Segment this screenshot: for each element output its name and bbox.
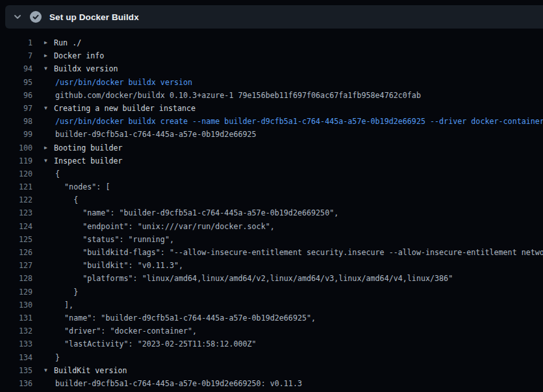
line-number[interactable]: 98 bbox=[0, 115, 32, 128]
log-line-group[interactable]: 94 ▼ Buildx version bbox=[0, 62, 543, 75]
line-number[interactable]: 121 bbox=[0, 180, 32, 193]
chevron-down-icon[interactable] bbox=[12, 12, 23, 22]
expand-arrow-icon: ▶ bbox=[44, 36, 54, 49]
line-number[interactable]: 97 bbox=[0, 102, 32, 115]
line-number[interactable]: 134 bbox=[0, 351, 32, 364]
line-number[interactable]: 124 bbox=[0, 220, 32, 233]
log-text: { bbox=[55, 193, 78, 206]
log-line: 99 builder-d9cfb5a1-c764-445a-a57e-0b19d… bbox=[0, 128, 543, 141]
line-number[interactable]: 128 bbox=[0, 272, 32, 285]
expand-arrow-icon: ▶ bbox=[44, 49, 54, 62]
log-text: "buildkit": "v0.11.3", bbox=[55, 259, 183, 272]
log-text: "name": "builder-d9cfb5a1-c764-445a-a57e… bbox=[55, 206, 338, 219]
log-line: 120 { bbox=[0, 167, 543, 180]
group-title: Creating a new builder instance bbox=[54, 102, 196, 115]
check-circle-icon bbox=[30, 11, 42, 23]
group-title: Run ./ bbox=[54, 36, 81, 49]
group-title: Inspect builder bbox=[54, 154, 123, 167]
log-container: 1 ▶ Run ./ 7 ▶ Docker info 94 ▼ Buildx v… bbox=[0, 29, 543, 390]
log-line-group[interactable]: 97 ▼ Creating a new builder instance bbox=[0, 102, 543, 115]
line-number[interactable]: 120 bbox=[0, 167, 32, 180]
log-text: "platforms": "linux/amd64,linux/amd64/v2… bbox=[55, 272, 453, 285]
line-number[interactable]: 94 bbox=[0, 62, 32, 75]
log-line: 96 github.com/docker/buildx 0.10.3+azure… bbox=[0, 89, 543, 102]
log-line: 127 "buildkit": "v0.11.3", bbox=[0, 259, 543, 272]
log-text: } bbox=[55, 351, 60, 364]
log-text: "buildkitd-flags": "--allow-insecure-ent… bbox=[55, 246, 543, 259]
line-number[interactable]: 126 bbox=[0, 246, 32, 259]
log-line: 123 "name": "builder-d9cfb5a1-c764-445a-… bbox=[0, 206, 543, 219]
log-text: /usr/bin/docker buildx version bbox=[55, 76, 192, 89]
line-number[interactable]: 96 bbox=[0, 89, 32, 102]
line-number[interactable]: 1 bbox=[0, 36, 32, 49]
line-number[interactable]: 131 bbox=[0, 312, 32, 325]
log-text: { bbox=[55, 167, 60, 180]
log-line: 124 "endpoint": "unix:///var/run/docker.… bbox=[0, 220, 543, 233]
log-line: 133 "lastActivity": "2023-02-25T11:58:12… bbox=[0, 337, 543, 350]
log-line: 130 ], bbox=[0, 299, 543, 312]
line-number[interactable]: 99 bbox=[0, 128, 32, 141]
line-number[interactable]: 123 bbox=[0, 206, 32, 219]
line-number[interactable]: 95 bbox=[0, 76, 32, 89]
line-number[interactable]: 135 bbox=[0, 364, 32, 377]
line-number[interactable]: 132 bbox=[0, 325, 32, 337]
log-text: "nodes": [ bbox=[55, 180, 110, 193]
log-line: 122 { bbox=[0, 193, 543, 206]
log-line: 121 "nodes": [ bbox=[0, 180, 543, 193]
log-line: 128 "platforms": "linux/amd64,linux/amd6… bbox=[0, 272, 543, 285]
log-text: ], bbox=[55, 299, 73, 312]
group-title: Buildx version bbox=[54, 62, 118, 75]
step-title: Set up Docker Buildx bbox=[49, 12, 139, 22]
log-line: 132 "driver": "docker-container", bbox=[0, 325, 543, 337]
log-line: 134 } bbox=[0, 351, 543, 364]
log-text: "name": "builder-d9cfb5a1-c764-445a-a57e… bbox=[55, 312, 316, 325]
log-line: 136 builder-d9cfb5a1-c764-445a-a57e-0b19… bbox=[0, 377, 543, 390]
expand-arrow-icon: ▼ bbox=[44, 364, 54, 377]
log-line: 129 } bbox=[0, 286, 543, 299]
log-text: builder-d9cfb5a1-c764-445a-a57e-0b19d2e6… bbox=[55, 128, 257, 141]
log-line: 131 "name": "builder-d9cfb5a1-c764-445a-… bbox=[0, 312, 543, 325]
log-text: "driver": "docker-container", bbox=[55, 325, 197, 337]
line-number[interactable]: 127 bbox=[0, 259, 32, 272]
log-text: builder-d9cfb5a1-c764-445a-a57e-0b19d2e6… bbox=[55, 377, 302, 390]
line-number[interactable]: 7 bbox=[0, 49, 32, 62]
line-number[interactable]: 129 bbox=[0, 286, 32, 299]
log-line-group[interactable]: 7 ▶ Docker info bbox=[0, 49, 543, 62]
expand-arrow-icon: ▼ bbox=[44, 154, 54, 167]
group-title: Booting builder bbox=[54, 141, 123, 154]
log-line: 125 "status": "running", bbox=[0, 233, 543, 246]
line-number[interactable]: 119 bbox=[0, 154, 32, 167]
log-text: github.com/docker/buildx 0.10.3+azure-1 … bbox=[55, 89, 421, 102]
line-number[interactable]: 125 bbox=[0, 233, 32, 246]
log-line-group[interactable]: 1 ▶ Run ./ bbox=[0, 36, 543, 49]
group-title: Docker info bbox=[54, 49, 104, 62]
line-number[interactable]: 122 bbox=[0, 193, 32, 206]
group-title: BuildKit version bbox=[54, 364, 127, 377]
expand-arrow-icon: ▶ bbox=[44, 141, 54, 154]
log-line: 95 /usr/bin/docker buildx version bbox=[0, 76, 543, 89]
log-text: "lastActivity": "2023-02-25T11:58:12.000… bbox=[55, 337, 257, 350]
log-line: 98 /usr/bin/docker buildx create --name … bbox=[0, 115, 543, 128]
line-number[interactable]: 133 bbox=[0, 337, 32, 350]
log-text: "endpoint": "unix:///var/run/docker.sock… bbox=[55, 220, 275, 233]
log-line-group[interactable]: 119 ▼ Inspect builder bbox=[0, 154, 543, 167]
step-header[interactable]: Set up Docker Buildx bbox=[5, 5, 543, 29]
expand-arrow-icon: ▼ bbox=[44, 102, 54, 115]
expand-arrow-icon: ▼ bbox=[44, 62, 54, 75]
line-number[interactable]: 136 bbox=[0, 377, 32, 390]
log-line-group[interactable]: 100 ▶ Booting builder bbox=[0, 141, 543, 154]
log-text: "status": "running", bbox=[55, 233, 174, 246]
line-number[interactable]: 130 bbox=[0, 299, 32, 312]
log-line-group[interactable]: 135 ▼ BuildKit version bbox=[0, 364, 543, 377]
log-text: } bbox=[55, 286, 78, 299]
line-number[interactable]: 100 bbox=[0, 141, 32, 154]
log-text: /usr/bin/docker buildx create --name bui… bbox=[55, 115, 543, 128]
log-line: 126 "buildkitd-flags": "--allow-insecure… bbox=[0, 246, 543, 259]
